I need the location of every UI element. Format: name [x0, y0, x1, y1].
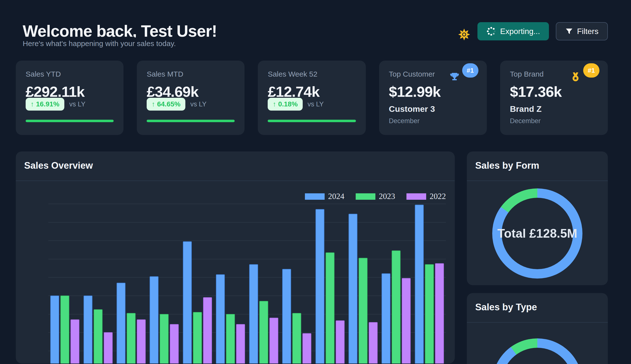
- change-badge: ↑ 0.18%: [268, 98, 302, 110]
- change-value: 0.18%: [278, 100, 297, 108]
- bar-2022-group12: [435, 263, 444, 364]
- bar-2022-group4: [170, 324, 179, 364]
- sun-icon[interactable]: [458, 28, 471, 41]
- export-button-label: Exporting...: [500, 27, 540, 36]
- filter-icon: [565, 27, 573, 35]
- divider: [467, 322, 608, 323]
- change-badge: ↑ 16.91%: [26, 98, 64, 110]
- page-subtitle: Here's what's happening with your sales …: [23, 40, 217, 48]
- sales-by-type-title: Sales by Type: [475, 302, 599, 312]
- kpi-label: Sales YTD: [26, 70, 61, 78]
- bar-2024-group10: [349, 214, 357, 364]
- kpi-card-sales-week: Sales Week 52 £12.74k ↑ 0.18% vs LY: [258, 60, 366, 135]
- top-brand-name: Brand Z: [510, 104, 598, 114]
- kpi-label: Sales Week 52: [268, 70, 317, 78]
- kpi-label: Sales MTD: [147, 70, 183, 78]
- bar-2023-group2: [94, 309, 103, 364]
- sales-overview-chart: 202420232022 £18.0M£16.0M£14.0M£12.0M£10…: [16, 181, 455, 364]
- vs-ly-label: vs LY: [190, 100, 207, 108]
- bar-2023-group1: [60, 296, 69, 364]
- rank-badge: #1: [583, 63, 599, 78]
- kpi-label: Top Brand: [510, 70, 544, 78]
- vs-ly-label: vs LY: [307, 100, 324, 108]
- bar-2024-group7: [249, 264, 258, 364]
- kpi-progress-bar: [147, 120, 235, 122]
- change-badge: ↑ 64.65%: [147, 98, 185, 110]
- kpi-card-top-customer: Top Customer #1 $12.99k Customer 3 Decem…: [379, 60, 487, 135]
- kpi-period: December: [510, 117, 598, 125]
- bar-2023-group7: [259, 301, 268, 364]
- gridline: [48, 204, 446, 204]
- kpi-card-top-brand: Top Brand #1 $17.36k Brand Z December: [500, 60, 608, 135]
- bar-2023-group9: [326, 252, 335, 364]
- spinner-icon: [486, 26, 496, 36]
- page-header: Welcome back, Test User! Here's what's h…: [16, 22, 608, 48]
- bar-2023-group12: [425, 264, 434, 364]
- bar-2022-group8: [302, 333, 311, 364]
- page-title-clip: Welcome back, Test User!: [23, 22, 217, 38]
- change-value: 16.91%: [36, 100, 59, 108]
- sales-by-form-donut: Total £128.5M: [492, 188, 582, 278]
- filters-button-label: Filters: [577, 27, 598, 36]
- rank-badge: #1: [462, 63, 478, 78]
- bar-2022-group2: [104, 332, 113, 364]
- gridline: [48, 240, 446, 241]
- bar-2024-group8: [282, 269, 291, 364]
- bar-plot-area: £18.0M£16.0M£14.0M£12.0M£10.0M£8.0M£6.0M…: [48, 194, 446, 364]
- bar-2022-group11: [402, 278, 411, 364]
- bar-2024-group2: [84, 296, 92, 364]
- vs-ly-label: vs LY: [69, 100, 86, 108]
- bar-2024-group3: [117, 283, 125, 364]
- bar-2023-group8: [292, 313, 301, 364]
- bar-2024-group11: [382, 273, 390, 364]
- bar-2022-group5: [203, 297, 212, 364]
- bar-2023-group10: [359, 258, 368, 364]
- donut-total-label: Total £128.5M: [492, 188, 582, 278]
- bar-2023-group5: [193, 312, 202, 364]
- bar-2024-group1: [50, 296, 59, 364]
- kpi-value: $12.99k: [389, 83, 477, 100]
- export-button[interactable]: Exporting...: [477, 22, 549, 40]
- sales-overview-title: Sales Overview: [24, 160, 446, 171]
- bar-2024-group6: [216, 274, 225, 364]
- bar-2024-group12: [415, 205, 424, 364]
- kpi-card-sales-mtd: Sales MTD £34.69k ↑ 64.65% vs LY: [137, 60, 244, 135]
- kpi-progress-bar: [26, 120, 114, 122]
- right-column: Sales by Form Total £128.5M Sales by Typ…: [467, 152, 608, 364]
- kpi-period: December: [389, 117, 477, 125]
- gridline: [48, 259, 446, 259]
- welcome-block: Welcome back, Test User! Here's what's h…: [16, 22, 217, 48]
- arrow-up-icon: ↑: [273, 100, 276, 108]
- bar-2023-group6: [226, 314, 235, 364]
- bar-2023-group11: [392, 250, 401, 364]
- bar-2024-group5: [183, 241, 192, 364]
- kpi-progress-bar: [268, 120, 356, 122]
- arrow-up-icon: ↑: [152, 100, 155, 108]
- arrow-up-icon: ↑: [31, 100, 34, 108]
- trophy-icon: [449, 72, 460, 83]
- bar-2022-group1: [71, 320, 79, 364]
- main-content: Sales Overview 202420232022 £18.0M£16.0M…: [16, 152, 608, 364]
- kpi-value: $17.36k: [510, 83, 598, 100]
- bar-2022-group10: [369, 322, 378, 364]
- header-controls: Exporting... Filters: [458, 22, 608, 41]
- divider: [467, 180, 608, 181]
- sales-by-form-title: Sales by Form: [475, 160, 599, 171]
- bar-2023-group3: [127, 313, 136, 364]
- gridline: [48, 222, 446, 223]
- kpi-label: Top Customer: [389, 70, 435, 78]
- page-title: Welcome back, Test User!: [23, 22, 217, 38]
- change-value: 64.65%: [157, 100, 180, 108]
- sales-by-type-donut: [492, 338, 582, 364]
- medal-icon: [570, 72, 581, 83]
- filters-button[interactable]: Filters: [556, 22, 608, 40]
- dashboard-page: Welcome back, Test User! Here's what's h…: [0, 0, 631, 364]
- kpi-card-sales-ytd: Sales YTD £292.11k ↑ 16.91% vs LY: [16, 60, 124, 135]
- bar-2023-group4: [160, 314, 169, 364]
- bar-2022-group7: [269, 318, 278, 364]
- bar-2022-group9: [336, 320, 345, 364]
- kpi-row: Sales YTD £292.11k ↑ 16.91% vs LY Sales …: [16, 60, 608, 135]
- bar-2024-group9: [316, 209, 324, 364]
- bar-2024-group4: [150, 276, 158, 364]
- sales-overview-card: Sales Overview 202420232022 £18.0M£16.0M…: [16, 152, 455, 364]
